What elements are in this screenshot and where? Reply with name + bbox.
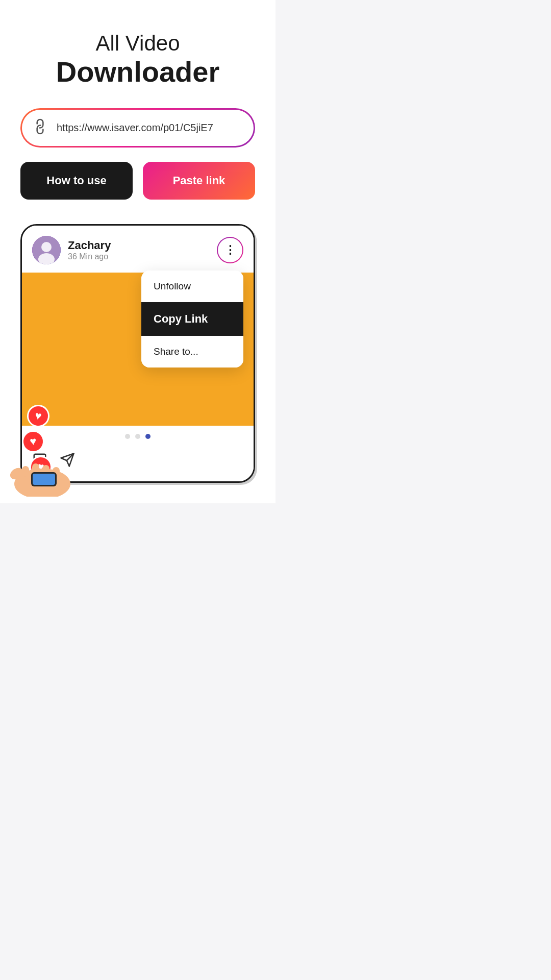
post-header: Zachary 36 Min ago ⋮ Unfollow Copy Link …	[22, 226, 254, 273]
app-title-light: All Video	[56, 31, 219, 56]
user-info: Zachary 36 Min ago	[68, 239, 210, 261]
three-dots-icon: ⋮	[224, 243, 236, 257]
buttons-row: How to use Paste link	[20, 162, 255, 200]
title-section: All Video Downloader	[56, 31, 219, 88]
heart-badge-1: ♥	[26, 403, 52, 429]
dot-2	[135, 434, 140, 439]
post-time: 36 Min ago	[68, 252, 210, 261]
paste-link-button[interactable]: Paste link	[143, 162, 255, 200]
post-mockup: Zachary 36 Min ago ⋮ Unfollow Copy Link …	[20, 224, 255, 483]
dropdown-copy-link[interactable]: Copy Link	[141, 302, 243, 336]
dropdown-unfollow[interactable]: Unfollow	[141, 271, 243, 302]
url-value[interactable]: https://www.isaver.com/p01/C5jiE7	[57, 122, 241, 134]
svg-point-1	[41, 242, 52, 252]
dropdown-menu: Unfollow Copy Link Share to...	[141, 271, 243, 368]
link-icon	[30, 116, 53, 139]
app-container: All Video Downloader https://www.isaver.…	[0, 0, 276, 503]
dropdown-share[interactable]: Share to...	[141, 336, 243, 368]
dot-3-active	[145, 434, 151, 439]
avatar	[32, 236, 61, 264]
three-dot-button[interactable]: ⋮	[217, 237, 243, 263]
username: Zachary	[68, 239, 210, 252]
how-to-use-button[interactable]: How to use	[20, 162, 133, 200]
url-input-wrapper[interactable]: https://www.isaver.com/p01/C5jiE7	[20, 108, 255, 148]
hand-svg	[7, 435, 78, 497]
app-title-bold: Downloader	[56, 56, 219, 88]
hand-overlay: ♥ ♥ ♥	[7, 405, 98, 497]
svg-rect-46	[33, 474, 55, 485]
dot-1	[125, 434, 130, 439]
url-input-inner: https://www.isaver.com/p01/C5jiE7	[22, 110, 254, 146]
